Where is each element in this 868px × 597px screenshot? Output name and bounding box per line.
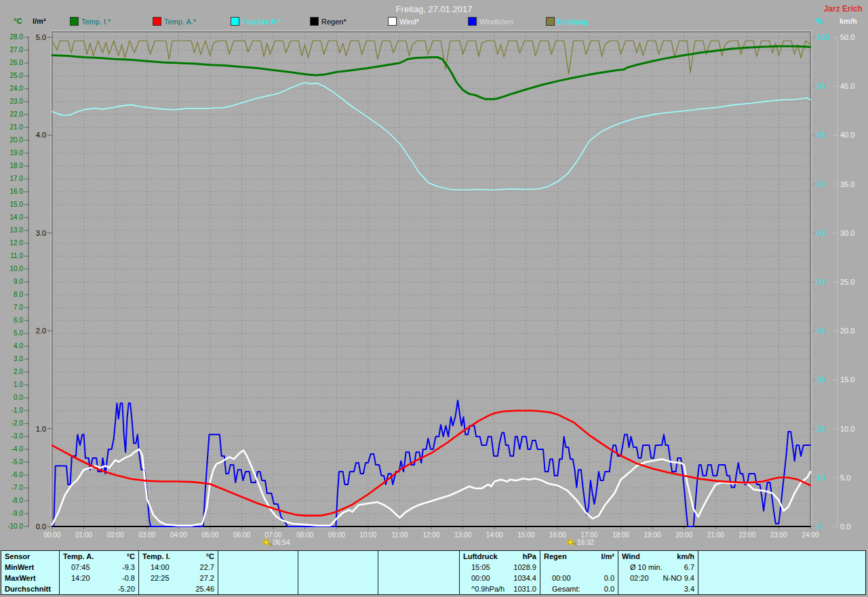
stats-cell (298, 573, 378, 583)
rain-axis-label: 0.0 (36, 522, 46, 531)
stats-value: 25.46 (195, 585, 214, 593)
sunrise-marker-icon (264, 540, 268, 544)
stats-column-name: Luftdruck (463, 552, 498, 560)
stats-value: N-NO 9.4 (663, 574, 694, 582)
temp-axis-label: -9.0 (12, 510, 24, 517)
x-axis-label: 14:00 (486, 531, 503, 539)
stats-cell: 22:2527.2 (139, 573, 218, 583)
stats-cell: 00:000.0 (540, 573, 618, 583)
x-axis-label: 24:00 (802, 531, 818, 539)
sunset-marker-icon (572, 539, 573, 540)
rain-axis-label: 3.0 (36, 229, 46, 237)
wind-axis-label: 0.0 (840, 522, 850, 531)
temp-axis-label: 22.0 (10, 110, 24, 118)
stats-value-time: 22:25 (142, 574, 170, 582)
temp-axis-label: 18.0 (10, 162, 24, 169)
wind-axis-label: 50.0 (840, 33, 854, 41)
wind-axis-label: 5.0 (840, 474, 850, 482)
x-axis-label: 08:00 (296, 531, 313, 539)
stats-column-name: Temp. I. (142, 552, 170, 560)
stats-value-time: 02:20 (622, 574, 649, 582)
stats-value: 6.7 (684, 563, 694, 571)
temp-axis-label: 4.0 (14, 342, 23, 350)
humidity-axis-label: 0 (816, 522, 821, 531)
temp-axis-label: -3.0 (12, 432, 24, 440)
stats-cell (540, 562, 618, 573)
temp-axis-label: 1.0 (14, 381, 23, 388)
stats-value-time: 00:00 (544, 574, 571, 582)
stats-column-name: Wind (622, 552, 640, 560)
humidity-axis-label: 50 (816, 278, 825, 286)
temp-axis-label: -4.0 (12, 445, 24, 453)
stats-cell (298, 551, 378, 562)
stats-row-label: Durchschnitt (1, 583, 60, 595)
humidity-axis-label: 70 (816, 180, 825, 188)
stats-column-name: Temp. A. (63, 552, 94, 560)
stats-row-maxwert: MaxWert14:20-0.822:2527.200:001034.400:0… (1, 573, 866, 583)
stats-cell: 02:20N-NO 9.4 (618, 573, 698, 583)
stats-cell: 14:20-0.8 (60, 573, 139, 583)
x-axis-label: 13:00 (454, 531, 471, 539)
sunrise-marker-icon (268, 544, 269, 545)
stats-value: -5.20 (118, 585, 135, 593)
humidity-axis-label: 20 (816, 425, 825, 433)
temp-axis-label: 6.0 (14, 316, 23, 324)
x-axis-label: 12:00 (422, 531, 439, 539)
stats-value-time: 14:20 (63, 574, 90, 582)
sunrise-marker-icon (268, 539, 269, 540)
stats-value: 1028.9 (513, 563, 536, 571)
sunset-marker-icon (568, 544, 568, 545)
stats-cell: 3.4 (618, 583, 698, 595)
wind-axis-label: 10.0 (840, 425, 854, 433)
wind-axis-label: 45.0 (840, 82, 854, 90)
temp-axis-label: -8.0 (12, 497, 24, 504)
stats-row-minwert: MinWert07:45-9.314:0022.715:051028.9Ø 10… (1, 562, 866, 573)
x-axis-label: 16:00 (549, 531, 566, 539)
stats-cell: 25.46 (139, 583, 218, 595)
stats-row-label: Sensor (1, 551, 60, 562)
stats-cell: Windkm/h (618, 551, 698, 562)
stats-column-unit: hPa (523, 552, 536, 560)
x-axis-label: 06:00 (233, 531, 250, 539)
temp-axis-label: 2.0 (14, 368, 23, 375)
stats-cell (298, 562, 378, 573)
sunrise-marker-icon (269, 543, 271, 545)
stats-value: 3.4 (684, 585, 694, 593)
x-axis-label: 22:00 (738, 531, 755, 539)
temp-axis-label: 25.0 (10, 72, 24, 79)
stats-cell: Ø 10 min.6.7 (618, 562, 698, 573)
wind-axis-label: 15.0 (840, 375, 854, 384)
temp-axis-label: -5.0 (12, 458, 24, 466)
x-axis-label: 04:00 (170, 531, 187, 539)
temp-axis-label: 7.0 (14, 304, 23, 311)
stats-value: 0.0 (604, 585, 614, 593)
stats-value-time: 14:00 (142, 563, 170, 571)
stats-column-name: Regen (544, 552, 567, 560)
stats-row-label: MinWert (1, 562, 60, 573)
stats-cell (378, 573, 460, 583)
temp-axis-label: 19.0 (10, 149, 24, 157)
temp-axis-label: 9.0 (14, 278, 23, 285)
sunset-marker-icon (568, 540, 572, 544)
temp-axis-label: 15.0 (10, 201, 24, 208)
x-axis-label: 19:00 (644, 531, 661, 539)
wind-axis-label: 35.0 (840, 180, 854, 188)
rain-axis-label: 4.0 (36, 131, 46, 139)
stats-value: 27.2 (200, 574, 214, 582)
temp-axis-label: 27.0 (10, 46, 24, 54)
x-axis-label: 20:00 (675, 531, 692, 539)
stats-column-unit: °C (127, 552, 135, 560)
temp-axis-label: 12.0 (10, 239, 24, 247)
stats-row-durchschnitt: Durchschnitt-5.2025.46^0.9hPa/h1031.0Ges… (1, 583, 866, 595)
humidity-axis-label: 90 (816, 82, 825, 90)
temp-axis-label: -6.0 (12, 471, 24, 478)
wind-axis-label: 30.0 (840, 229, 854, 237)
temp-axis-label: 3.0 (14, 355, 23, 363)
stats-cell (378, 562, 460, 573)
temp-axis-label: 13.0 (10, 226, 24, 234)
stats-column-unit: l/m² (601, 552, 614, 560)
stats-cell: ^0.9hPa/h1031.0 (460, 583, 540, 595)
x-axis-label: 18:00 (612, 531, 629, 539)
stats-value: 1031.0 (513, 585, 536, 593)
sunset-marker-icon (574, 543, 576, 545)
